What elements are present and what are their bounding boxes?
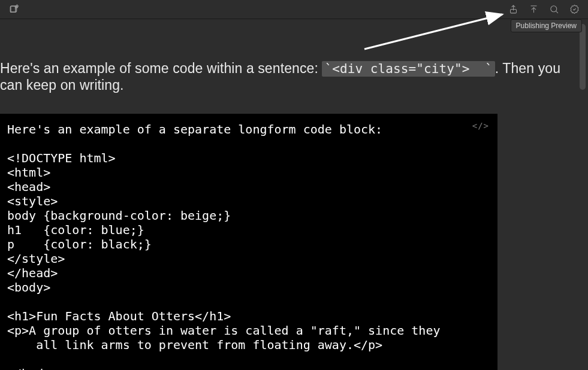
share-icon[interactable] <box>504 2 522 17</box>
compose-icon[interactable] <box>5 2 23 17</box>
toolbar-left <box>5 2 23 17</box>
inline-code: `<div class="city"> ` <box>322 61 494 77</box>
code-block-content: Here's an example of a separate longform… <box>7 122 490 370</box>
code-block[interactable]: </> Here's an example of a separate long… <box>0 114 497 370</box>
settings-badge-icon[interactable] <box>565 2 583 17</box>
toolbar-right <box>504 2 583 17</box>
svg-point-4 <box>550 6 556 12</box>
editor-content[interactable]: Here's an example of some code within a … <box>0 20 576 370</box>
scrollbar[interactable] <box>578 24 587 369</box>
search-icon[interactable] <box>545 2 563 17</box>
paragraph-text-before: Here's an example of some code within a … <box>0 60 322 76</box>
tooltip-publishing-preview: Publishing Preview <box>511 19 582 32</box>
scrollbar-thumb[interactable] <box>580 24 586 90</box>
paragraph[interactable]: Here's an example of some code within a … <box>0 20 576 93</box>
svg-rect-1 <box>10 7 16 13</box>
code-lang-badge-icon[interactable]: </> <box>472 121 489 131</box>
publish-icon[interactable] <box>524 2 542 17</box>
toolbar <box>0 0 588 19</box>
svg-line-5 <box>556 11 557 13</box>
